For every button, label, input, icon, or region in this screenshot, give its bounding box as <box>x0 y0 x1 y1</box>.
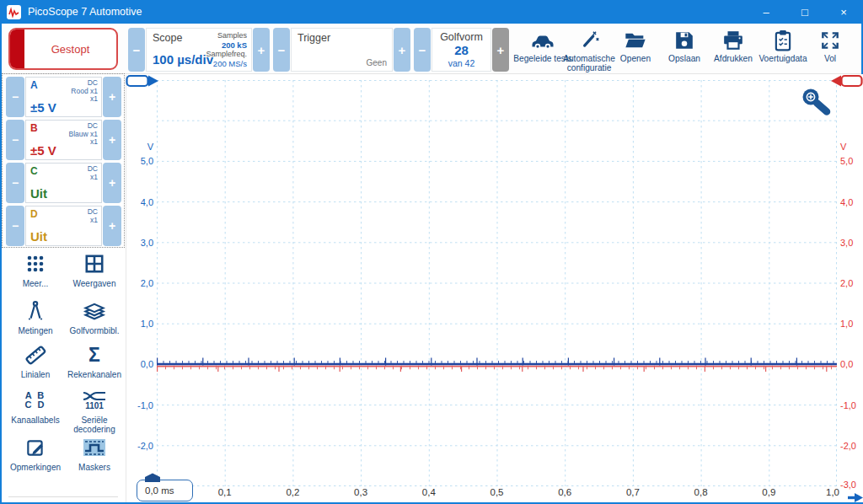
print-button[interactable]: Afdrukken <box>708 29 758 72</box>
scope-panel[interactable]: Scope 100 µs/div Samples 200 kS Samplefr… <box>146 28 252 72</box>
channel-d-increase-button[interactable]: + <box>103 206 121 246</box>
channel-a-meta: DC Rood x1 x1 <box>71 79 98 104</box>
close-button[interactable]: × <box>824 0 863 24</box>
channel-b-decrease-button[interactable]: − <box>6 120 24 160</box>
channel-d-range: Uit <box>30 229 47 244</box>
scope-increase-button[interactable]: + <box>253 28 270 72</box>
channel-b-increase-button[interactable]: + <box>103 120 121 160</box>
sidebar-item-math-channels[interactable]: Σ Rekenkanalen <box>64 342 125 391</box>
channel-b-range: ±5 V <box>30 143 56 158</box>
clipboard-icon <box>773 29 793 51</box>
x-axis-label: 0,4 <box>422 487 436 497</box>
app-window: PicoScope 7 Automotive – □ × Gestopt − S… <box>0 0 863 504</box>
channel-d-panel[interactable]: − D DC x1 Uit + <box>6 206 121 246</box>
y-axis-left-label: -2,0 <box>126 440 153 452</box>
channel-a-increase-button[interactable]: + <box>103 77 121 117</box>
scope-decrease-button[interactable]: − <box>128 28 145 72</box>
trigger-decrease-button[interactable]: − <box>273 28 290 72</box>
sidebar-item-channel-labels[interactable]: A B C D Kanaallabels <box>5 388 66 437</box>
window-panes-icon <box>83 251 105 276</box>
stop-label: Gestopt <box>24 29 116 68</box>
x-axis-label: 0,8 <box>694 487 708 497</box>
scope-display: V 5,0 4,0 3,0 2,0 1,0 0,0 -1,0 -2,0 -3,0… <box>126 74 863 502</box>
sidebar-divider <box>8 496 118 497</box>
channel-b-letter: B <box>30 122 38 134</box>
vehicle-data-button[interactable]: Voertuigdata <box>753 29 812 72</box>
sigma-icon: Σ <box>88 342 100 367</box>
channel-d-probe: x1 <box>88 217 98 225</box>
zoom-magnifier-icon[interactable] <box>798 86 835 120</box>
x-axis-label: 0,6 <box>558 487 571 497</box>
y-axis-right-label: -1,0 <box>840 399 863 411</box>
channel-a-body[interactable]: A DC Rood x1 x1 ±5 V <box>25 77 102 117</box>
y-axis-right-label: 1,0 <box>840 318 863 330</box>
stop-start-button[interactable]: Gestopt <box>8 28 118 70</box>
y-axis-left-label: 3,0 <box>126 237 153 249</box>
stop-red-block <box>10 29 24 68</box>
sidebar-item-views[interactable]: Weergaven <box>64 251 125 300</box>
minimize-button[interactable]: – <box>747 0 785 24</box>
channel-b-meta: DC Blauw x1 x1 <box>69 122 99 147</box>
channel-c-range: Uit <box>30 186 47 201</box>
y-axis-left-label: 1,0 <box>126 318 153 330</box>
save-button[interactable]: Opslaan <box>659 29 710 72</box>
channel-b-position-marker[interactable] <box>831 74 863 88</box>
waveform-previous-button[interactable]: − <box>414 28 431 72</box>
y-axis-right-label: 2,0 <box>840 277 863 289</box>
y-axis-left-unit: V <box>126 141 153 153</box>
sidebar-item-measurements[interactable]: Metingen <box>5 298 66 347</box>
channel-c-increase-button[interactable]: + <box>103 163 121 203</box>
x-axis-label: 0,1 <box>218 487 232 497</box>
sidebar-item-notes[interactable]: Opmerkingen <box>5 435 66 484</box>
scroll-right-arrow-icon[interactable] <box>848 493 863 502</box>
sidebar-item-rulers[interactable]: Linialen <box>5 342 66 391</box>
waveform-total: van 42 <box>432 58 490 68</box>
caliper-icon <box>24 298 46 324</box>
sidebar-item-masks[interactable]: Maskers <box>64 435 125 484</box>
fullscreen-button[interactable]: Vol <box>805 29 855 72</box>
channel-d-body[interactable]: D DC x1 Uit <box>25 206 102 246</box>
sidebar-item-serial-decoding[interactable]: 1101 Seriële decodering <box>64 388 125 437</box>
waveform-panel[interactable]: Golfvorm 28 van 42 <box>432 28 491 72</box>
trigger-mode: Geen <box>367 58 387 67</box>
channel-b-panel[interactable]: − B DC Blauw x1 x1 ±5 V + <box>6 120 121 160</box>
samples-label: Samples <box>206 31 247 40</box>
grid-dots-icon <box>24 251 46 276</box>
maximize-button[interactable]: □ <box>785 0 824 24</box>
channel-c-panel[interactable]: − C DC x1 Uit + <box>6 163 121 203</box>
channel-c-decrease-button[interactable]: − <box>6 163 24 203</box>
y-axis-left-label: 0,0 <box>126 358 153 370</box>
magic-wand-icon <box>578 29 600 51</box>
time-zero-label: 0,0 ms <box>145 485 174 496</box>
y-axis-right-label: 4,0 <box>840 196 863 208</box>
scope-grid-and-traces[interactable] <box>157 80 837 486</box>
channel-b-body[interactable]: B DC Blauw x1 x1 ±5 V <box>25 120 102 160</box>
fullscreen-icon <box>819 29 841 51</box>
scope-timebase: 100 µs/div <box>153 52 213 67</box>
y-axis-right-label: -3,0 <box>840 479 863 491</box>
mask-icon <box>82 435 107 460</box>
channel-d-meta: DC x1 <box>88 208 98 224</box>
scope-title: Scope <box>153 32 182 44</box>
y-axis-right-label: 3,0 <box>840 237 863 249</box>
trigger-increase-button[interactable]: + <box>394 28 410 72</box>
channel-a-panel[interactable]: − A DC Rood x1 x1 ±5 V + <box>6 77 121 117</box>
y-axis-right-label: -2,0 <box>840 440 863 452</box>
channel-c-body[interactable]: C DC x1 Uit <box>25 163 102 203</box>
channel-labels-icon: A B C D <box>25 388 46 413</box>
sidebar-item-more[interactable]: Meer... <box>5 251 66 300</box>
open-button[interactable]: Openen <box>610 29 661 72</box>
channel-c-letter: C <box>30 165 38 177</box>
y-axis-right-label: 5,0 <box>840 155 863 167</box>
trigger-title: Trigger <box>297 32 330 44</box>
trigger-panel[interactable]: Trigger Geen <box>291 28 393 72</box>
channel-a-position-marker[interactable] <box>126 74 159 88</box>
channel-a-decrease-button[interactable]: − <box>6 77 24 117</box>
sidebar-item-waveform-library[interactable]: Golfvormbibl. <box>64 298 125 347</box>
waveform-next-button[interactable]: + <box>492 28 509 72</box>
car-icon <box>530 29 555 51</box>
channel-d-decrease-button[interactable]: − <box>6 206 24 246</box>
y-axis-right-unit: V <box>840 141 863 153</box>
trigger-time-marker[interactable] <box>144 473 161 483</box>
auto-setup-button[interactable]: Automatische configuratie <box>560 29 618 72</box>
